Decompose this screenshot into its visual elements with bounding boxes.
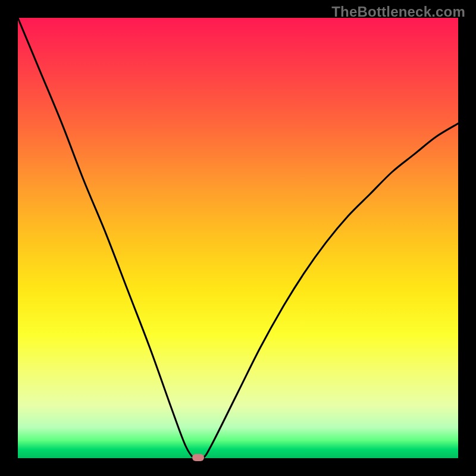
chart-curve bbox=[18, 18, 458, 458]
optimal-point-marker bbox=[192, 454, 204, 461]
bottleneck-chart bbox=[18, 18, 458, 458]
